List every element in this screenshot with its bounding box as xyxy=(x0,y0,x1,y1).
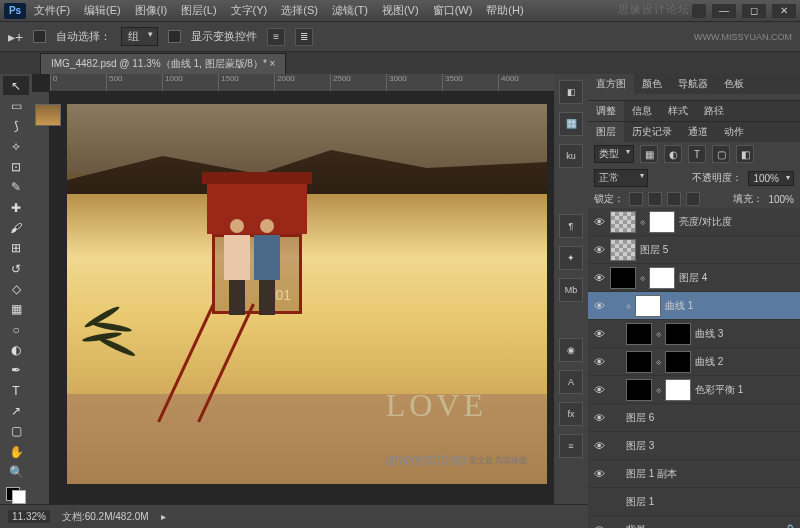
tab-history[interactable]: 历史记录 xyxy=(624,122,680,142)
tab-info[interactable]: 信息 xyxy=(624,101,660,121)
tab-channels[interactable]: 通道 xyxy=(680,122,716,142)
panel-icon-7[interactable]: ◉ xyxy=(559,338,583,362)
mask-thumb[interactable] xyxy=(665,379,691,401)
layer-thumb[interactable] xyxy=(610,267,636,289)
wand-tool[interactable]: ✧ xyxy=(3,137,29,156)
layer-name[interactable]: 亮度/对比度 xyxy=(679,215,796,229)
panel-icon-2[interactable]: 🔠 xyxy=(559,112,583,136)
visibility-icon[interactable]: 👁 xyxy=(592,272,606,284)
layer-name[interactable]: 图层 4 xyxy=(679,271,796,285)
path-tool[interactable]: ↗ xyxy=(3,401,29,420)
tab-color[interactable]: 颜色 xyxy=(634,74,670,94)
shape-tool[interactable]: ▢ xyxy=(3,422,29,441)
blur-tool[interactable]: ○ xyxy=(3,320,29,339)
layer-name[interactable]: 图层 6 xyxy=(626,411,796,425)
layer-thumb[interactable] xyxy=(626,351,652,373)
mask-thumb[interactable] xyxy=(649,267,675,289)
visibility-icon[interactable]: 👁 xyxy=(592,300,606,312)
visibility-icon[interactable]: 👁 xyxy=(592,524,606,529)
layer-row[interactable]: 👁⟐图层 4 xyxy=(588,264,800,292)
maximize-button[interactable]: ◻ xyxy=(742,4,766,18)
layer-name[interactable]: 图层 1 副本 xyxy=(626,467,796,481)
tab-adjustments[interactable]: 调整 xyxy=(588,101,624,121)
filter-icon-2[interactable]: ◐ xyxy=(664,145,682,163)
layer-thumb[interactable] xyxy=(610,239,636,261)
tab-paths[interactable]: 路径 xyxy=(696,101,732,121)
panel-icon-8[interactable]: A xyxy=(559,370,583,394)
lock-pixels-icon[interactable] xyxy=(648,192,662,206)
menu-select[interactable]: 选择(S) xyxy=(281,3,318,18)
visibility-icon[interactable]: 👁 xyxy=(592,412,606,424)
heal-tool[interactable]: ✚ xyxy=(3,198,29,217)
tab-styles[interactable]: 样式 xyxy=(660,101,696,121)
layer-name[interactable]: 背景 xyxy=(626,523,780,529)
visibility-icon[interactable]: 👁 xyxy=(592,328,606,340)
panel-icon-5[interactable]: ✦ xyxy=(559,246,583,270)
opacity-input[interactable]: 100% xyxy=(748,171,794,186)
menu-help[interactable]: 帮助(H) xyxy=(486,3,523,18)
layer-name[interactable]: 曲线 2 xyxy=(695,355,796,369)
filter-icon-4[interactable]: ▢ xyxy=(712,145,730,163)
type-tool[interactable]: T xyxy=(3,381,29,400)
layer-name[interactable]: 图层 1 xyxy=(626,495,796,509)
layer-row[interactable]: 👁⟐曲线 1 xyxy=(588,292,800,320)
menu-window[interactable]: 窗口(W) xyxy=(433,3,473,18)
lock-position-icon[interactable] xyxy=(667,192,681,206)
visibility-icon[interactable]: 👁 xyxy=(592,216,606,228)
layer-name[interactable]: 图层 5 xyxy=(640,243,796,257)
blend-mode-dropdown[interactable]: 正常 xyxy=(594,169,648,187)
hand-tool[interactable]: ✋ xyxy=(3,442,29,461)
layer-row[interactable]: 图层 1 xyxy=(588,488,800,516)
layer-row[interactable]: 👁图层 3 xyxy=(588,432,800,460)
layer-row[interactable]: 👁⟐色彩平衡 1 xyxy=(588,376,800,404)
layer-name[interactable]: 色彩平衡 1 xyxy=(695,383,796,397)
fill-input[interactable]: 100% xyxy=(768,194,794,205)
zoom-field[interactable]: 11.32% xyxy=(8,510,50,523)
crop-tool[interactable]: ⊡ xyxy=(3,157,29,176)
layer-row[interactable]: 👁⟐曲线 2 xyxy=(588,348,800,376)
menu-file[interactable]: 文件(F) xyxy=(34,3,70,18)
layer-row[interactable]: 👁图层 1 副本 xyxy=(588,460,800,488)
visibility-icon[interactable]: 👁 xyxy=(592,468,606,480)
history-brush-tool[interactable]: ↺ xyxy=(3,259,29,278)
brush-tool[interactable]: 🖌 xyxy=(3,218,29,237)
document-image[interactable]: 01 LOVE anwenchao 安文超 高端修图 xyxy=(67,104,547,484)
layer-row[interactable]: 👁⟐曲线 3 xyxy=(588,320,800,348)
status-arrow-icon[interactable]: ▸ xyxy=(161,511,166,522)
menu-filter[interactable]: 滤镜(T) xyxy=(332,3,368,18)
menu-view[interactable]: 视图(V) xyxy=(382,3,419,18)
tab-histogram[interactable]: 直方图 xyxy=(588,74,634,94)
dodge-tool[interactable]: ◐ xyxy=(3,340,29,359)
layer-name[interactable]: 图层 3 xyxy=(626,439,796,453)
close-button[interactable]: ✕ xyxy=(772,4,796,18)
align-icon[interactable]: ≡ xyxy=(267,28,285,46)
zoom-tool[interactable]: 🔍 xyxy=(3,462,29,481)
menu-image[interactable]: 图像(I) xyxy=(135,3,167,18)
filter-icon-3[interactable]: T xyxy=(688,145,706,163)
tab-layers[interactable]: 图层 xyxy=(588,122,624,142)
align-icon-2[interactable]: ≣ xyxy=(295,28,313,46)
menu-layer[interactable]: 图层(L) xyxy=(181,3,216,18)
tab-swatches[interactable]: 色板 xyxy=(716,74,752,94)
workspace-switcher[interactable] xyxy=(692,4,706,18)
panel-icon-6[interactable]: Mb xyxy=(559,278,583,302)
layer-row[interactable]: 👁图层 5 xyxy=(588,236,800,264)
tab-navigator[interactable]: 导航器 xyxy=(670,74,716,94)
tab-actions[interactable]: 动作 xyxy=(716,122,752,142)
panel-icon-9[interactable]: fx xyxy=(559,402,583,426)
visibility-icon[interactable]: 👁 xyxy=(592,356,606,368)
layer-thumb[interactable] xyxy=(626,379,652,401)
panel-icon-4[interactable]: ¶ xyxy=(559,214,583,238)
menu-type[interactable]: 文字(Y) xyxy=(231,3,268,18)
panel-icon-10[interactable]: ≡ xyxy=(559,434,583,458)
eyedropper-tool[interactable]: ✎ xyxy=(3,178,29,197)
stamp-tool[interactable]: ⊞ xyxy=(3,239,29,258)
move-tool[interactable]: ↖ xyxy=(3,76,29,95)
layer-thumb[interactable] xyxy=(610,211,636,233)
lock-all-icon[interactable] xyxy=(686,192,700,206)
layer-row[interactable]: 👁⟐亮度/对比度 xyxy=(588,208,800,236)
filter-icon-1[interactable]: ▦ xyxy=(640,145,658,163)
lasso-tool[interactable]: ⟆ xyxy=(3,117,29,136)
visibility-icon[interactable]: 👁 xyxy=(592,384,606,396)
autoselect-dropdown[interactable]: 组 xyxy=(121,27,158,46)
